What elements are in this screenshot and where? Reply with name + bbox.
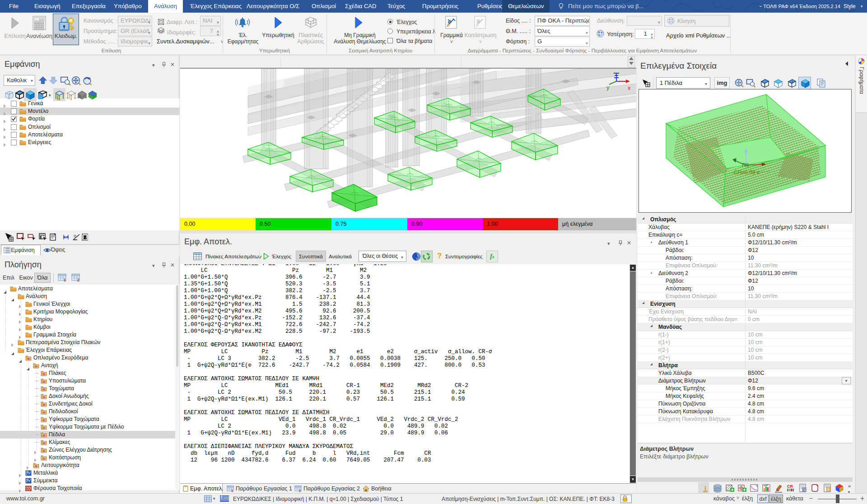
svg-text:i: i	[704, 485, 706, 492]
svg-text:2: 2	[77, 278, 79, 282]
svg-text:B: B	[43, 387, 46, 392]
svg-text:B: B	[43, 426, 46, 430]
svg-text:B: B	[43, 411, 46, 415]
svg-text:Π6: Π6	[742, 162, 749, 168]
svg-text:B: B	[43, 434, 46, 438]
svg-text:B: B	[43, 441, 46, 445]
svg-text:B: B	[35, 364, 38, 369]
svg-text:f: f	[40, 236, 41, 239]
svg-text:ψ: ψ	[74, 233, 76, 238]
svg-text:E: E	[84, 235, 87, 240]
svg-text:B: B	[43, 449, 46, 453]
svg-text:y: y	[606, 84, 610, 91]
svg-text:B: B	[35, 464, 38, 468]
svg-text:2: 2	[299, 489, 301, 492]
svg-text:1: 1	[231, 489, 233, 492]
svg-text:1: 1	[64, 278, 66, 282]
svg-text:N: N	[756, 485, 758, 487]
svg-text:B: B	[28, 357, 30, 361]
svg-text:x: x	[628, 84, 631, 91]
svg-text:B: B	[43, 395, 46, 399]
svg-text:B: B	[43, 380, 46, 384]
svg-text:123: 123	[39, 18, 44, 21]
svg-text:CR: CR	[787, 484, 793, 489]
svg-text:d: d	[65, 235, 66, 239]
svg-text:B: B	[43, 403, 46, 407]
svg-text:B: B	[43, 457, 46, 461]
svg-text:B: B	[43, 372, 46, 376]
svg-text:B: B	[43, 418, 46, 422]
